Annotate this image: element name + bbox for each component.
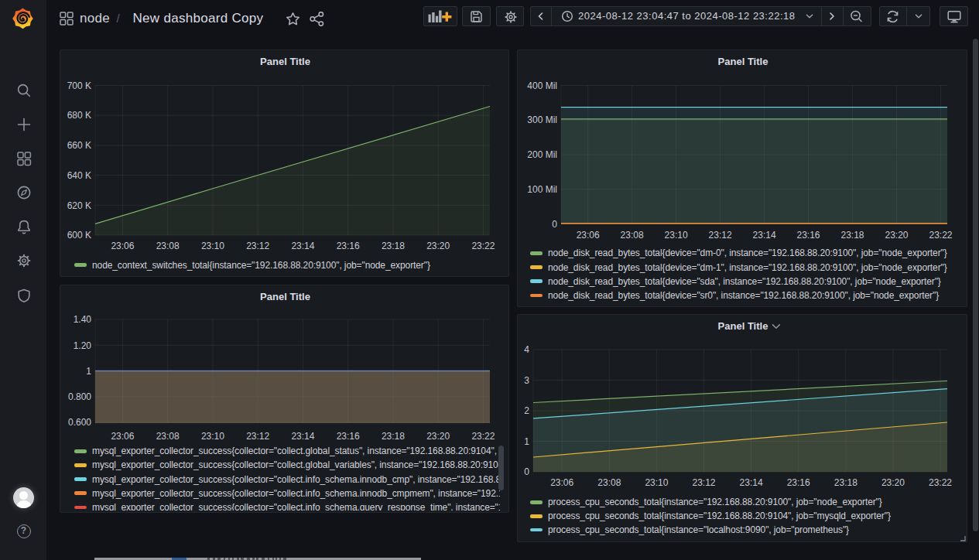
svg-text:Panel Title: Panel Title [718,56,768,67]
svg-text:23:06: 23:06 [577,230,600,241]
svg-text:1.20: 1.20 [74,340,92,351]
svg-text:0.600: 0.600 [68,417,91,428]
svg-text:23:14: 23:14 [291,241,314,251]
svg-text:23:16: 23:16 [337,431,360,442]
svg-text:1: 1 [86,366,91,377]
svg-text:23:06: 23:06 [111,241,134,251]
svg-text:1: 1 [524,436,529,447]
svg-text:23:12: 23:12 [246,241,269,251]
svg-text:23:22: 23:22 [929,230,952,241]
svg-text:23:20: 23:20 [885,230,908,241]
svg-text:23:08: 23:08 [156,431,180,442]
svg-text:23:16: 23:16 [796,230,820,241]
svg-text:100 Mil: 100 Mil [527,184,557,195]
svg-text:23:10: 23:10 [201,241,224,251]
svg-text:700 K: 700 K [67,80,91,91]
svg-text:23:20: 23:20 [426,431,450,442]
svg-text:0.800: 0.800 [68,391,91,402]
svg-text:600 K: 600 K [67,230,91,241]
svg-text:23:08: 23:08 [621,230,644,241]
svg-text:23:16: 23:16 [787,477,810,488]
svg-text:23:08: 23:08 [597,477,621,488]
svg-text:0: 0 [552,219,557,230]
svg-text:Panel Title: Panel Title [718,320,768,332]
svg-text:300 Mil: 300 Mil [527,114,557,125]
svg-text:23:12: 23:12 [692,477,715,488]
svg-text:23:16: 23:16 [337,241,360,251]
svg-text:23:18: 23:18 [834,477,857,488]
svg-text:23:18: 23:18 [382,431,405,442]
svg-text:23:06: 23:06 [550,477,573,488]
svg-text:3: 3 [524,375,529,386]
svg-text:23:12: 23:12 [709,230,732,241]
svg-text:4: 4 [524,344,529,355]
svg-text:23:06: 23:06 [111,431,134,442]
svg-text:23:10: 23:10 [665,230,688,241]
svg-text:23:20: 23:20 [426,241,450,251]
svg-text:200 Mil: 200 Mil [527,149,557,160]
svg-text:23:18: 23:18 [382,241,405,251]
svg-text:23:18: 23:18 [840,230,864,241]
svg-text:23:14: 23:14 [753,230,776,241]
svg-text:620 K: 620 K [67,200,91,211]
svg-text:23:14: 23:14 [291,431,314,442]
svg-text:400 Mil: 400 Mil [527,80,557,91]
svg-text:23:20: 23:20 [881,477,905,488]
svg-text:23:08: 23:08 [156,241,180,251]
svg-text:23:10: 23:10 [645,477,668,488]
svg-text:23:22: 23:22 [929,477,952,488]
svg-text:640 K: 640 K [67,170,91,181]
svg-text:2: 2 [524,405,529,416]
svg-text:0: 0 [524,466,529,477]
svg-text:23:22: 23:22 [471,241,495,251]
svg-text:23:10: 23:10 [201,431,224,442]
svg-text:660 K: 660 K [67,140,91,151]
svg-text:Panel Title: Panel Title [260,56,310,67]
svg-text:23:22: 23:22 [471,431,495,442]
svg-text:23:14: 23:14 [740,477,763,488]
svg-text:Panel Title: Panel Title [260,291,310,302]
svg-text:23:12: 23:12 [246,431,269,442]
svg-text:680 K: 680 K [67,110,91,121]
svg-text:1.40: 1.40 [74,314,92,325]
